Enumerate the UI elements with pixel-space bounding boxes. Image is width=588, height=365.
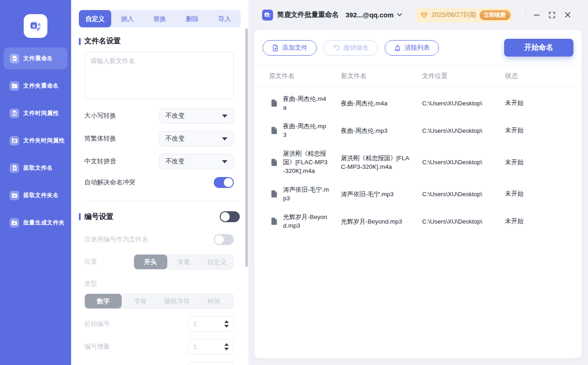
file-icon [271,190,277,198]
column-header: 文件位置 [422,72,505,80]
table-header: 原文件名 新文件名 文件位置 状态 [254,66,582,87]
stepper-down-icon[interactable] [224,348,229,350]
sidebar-item[interactable]: 批量生成文件夹 [4,212,67,234]
mode-tab[interactable]: 导入 [208,10,241,27]
conflict-row: 自动解决命名冲突 [84,177,234,188]
minimize-button[interactable] [529,7,544,23]
table-row[interactable]: 涛声依旧-毛宁.mp3 涛声依旧-毛宁.mp3 C:\Users\XU\Desk… [269,180,582,208]
renew-button[interactable]: 立即续费 [480,10,511,20]
table-row[interactable]: 光辉岁月-Beyond.mp3 光辉岁月-Beyond.mp3 C:\Users… [269,208,582,235]
start-number-stepper[interactable]: 1 [188,316,234,332]
clear-list-label: 清除列表 [404,44,430,52]
titlebar: a A 简鹿文件批量重命名 392...@qq.com 2025/06/27到期… [248,0,588,30]
mode-tab[interactable]: 自定义 [79,10,111,27]
filename-section-title: 文件名设置 [84,36,121,46]
license-badge: 2025/06/27到期 立即续费 [416,8,513,22]
start-number-row: 起始编号 1 [84,316,234,332]
sidebar-item[interactable]: 文件夹时间属性 [4,130,67,151]
conversion-selects: 大小写转换 不改变 简繁体转换 不改变 中文转拼音 不改变 [79,108,241,169]
type-option[interactable]: 时间 [196,294,232,308]
status-text: 未开始 [505,190,582,198]
start-number-value: 1 [193,320,197,328]
section-divider [84,201,240,201]
file-location: C:\Users\XU\Desktop\ [422,159,505,166]
mode-tab[interactable]: 插入 [111,10,144,27]
sidebar-item-label: 提取文件名 [23,164,53,172]
position-option[interactable]: 开头 [134,255,167,269]
dropdown-select[interactable]: 不改变 [159,108,234,124]
position-row: 位置 开头 末尾 自定义 [84,254,234,270]
start-rename-button[interactable]: 开始命名 [504,39,573,57]
sidebar-item[interactable]: 文件时间属性 [4,102,67,124]
panel-scrollbar-thumb[interactable] [245,28,248,267]
type-option[interactable]: 随机字符 [159,294,196,308]
increment-row: 编号增量 1 [84,339,234,355]
file-list-card: 添加文件 撤销修改 清除列表 开始命名 原 [254,30,582,358]
mode-tab[interactable]: 删除 [176,10,208,27]
translate-rename-icon: a A [28,18,43,34]
extra-stepper-row-partial [84,362,234,365]
column-header: 新文件名 [341,72,422,80]
table-row[interactable]: 屠洪刚《精忠报国》[FLAC-MP3-320K].m4a 屠洪刚《精忠报国》[F… [269,144,582,180]
numbering-section-header: 编号设置 [79,211,240,222]
folder-time-icon [10,136,19,146]
extract-file-icon [10,163,19,173]
position-option[interactable]: 末尾 [167,255,201,269]
folder-rename-icon [10,81,19,91]
position-label: 位置 [84,258,97,266]
type-option[interactable]: 数字 [85,294,122,308]
dropdown-value: 不改变 [165,112,185,120]
svg-text:A: A [268,13,271,16]
dropdown-value: 不改变 [165,157,185,166]
broom-icon [394,44,401,52]
only-number-toggle[interactable] [214,234,234,245]
status-text: 未开始 [505,99,582,107]
numbering-section-title: 编号设置 [84,212,113,222]
section-accent-bar [79,38,81,45]
position-option[interactable]: 自定义 [200,255,233,269]
sidebar-item[interactable]: 提取文件名 [4,157,67,179]
dropdown-select[interactable]: 不改变 [159,131,234,146]
file-icon [271,218,277,225]
old-filename: 光辉岁月-Beyond.mp3 [283,213,329,230]
toggle-knob [221,212,230,221]
increment-label: 编号增量 [84,343,110,351]
app-title: 简鹿文件批量重命名 [277,10,339,19]
chevron-down-icon [222,137,227,141]
sidebar-item[interactable]: 文件重命名 [4,47,67,69]
start-number-label: 起始编号 [84,320,110,328]
account-email: 392...@qq.com [346,11,394,19]
conflict-toggle[interactable] [214,177,234,188]
table-row[interactable]: 夜曲-周杰伦.m4a 夜曲-周杰伦.m4a C:\Users\XU\Deskto… [269,89,582,117]
sidebar-item[interactable]: 提取文件夹名 [4,184,67,206]
extra-stepper[interactable] [188,362,234,365]
type-option[interactable]: 字母 [122,294,159,308]
filename-section-header: 文件名设置 [79,36,241,46]
increment-stepper[interactable]: 1 [188,339,234,355]
clear-list-button[interactable]: 清除列表 [385,40,439,56]
select-label: 中文转拼音 [84,157,116,166]
select-label: 大小写转换 [84,112,116,120]
chevron-down-icon [222,160,227,163]
undo-button[interactable]: 撤销修改 [324,40,378,56]
sidebar-nav: 文件重命名 文件夹重命名 文件时间属性 文件夹时间属性 提取文件名 [0,47,71,234]
toolbar: 添加文件 撤销修改 清除列表 开始命名 [254,30,582,66]
close-button[interactable] [560,7,575,23]
file-location: C:\Users\XU\Desktop\ [422,127,505,134]
numbering-master-toggle[interactable] [220,211,240,222]
maximize-button[interactable] [544,7,560,23]
table-row[interactable]: 夜曲-周杰伦.mp3 夜曲-周杰伦.mp3 C:\Users\XU\Deskto… [269,117,582,144]
add-files-button[interactable]: 添加文件 [263,40,317,56]
settings-panel: 自定义 插入 替换 删除 导入 文件名设置 大小写转换 不改变 [71,0,248,365]
sidebar-item[interactable]: 文件夹重命名 [4,75,67,97]
file-icon [271,99,277,107]
license-expiry: 2025/06/27到期 [432,11,476,19]
new-filename-input[interactable] [84,52,234,99]
stepper-up-icon[interactable] [224,320,229,323]
stepper-up-icon[interactable] [224,343,229,346]
column-header: 原文件名 [269,72,341,80]
dropdown-select[interactable]: 不改变 [159,154,234,169]
mode-tab[interactable]: 替换 [144,10,176,27]
account-dropdown[interactable]: 392...@qq.com [346,11,402,19]
stepper-down-icon[interactable] [224,325,229,328]
